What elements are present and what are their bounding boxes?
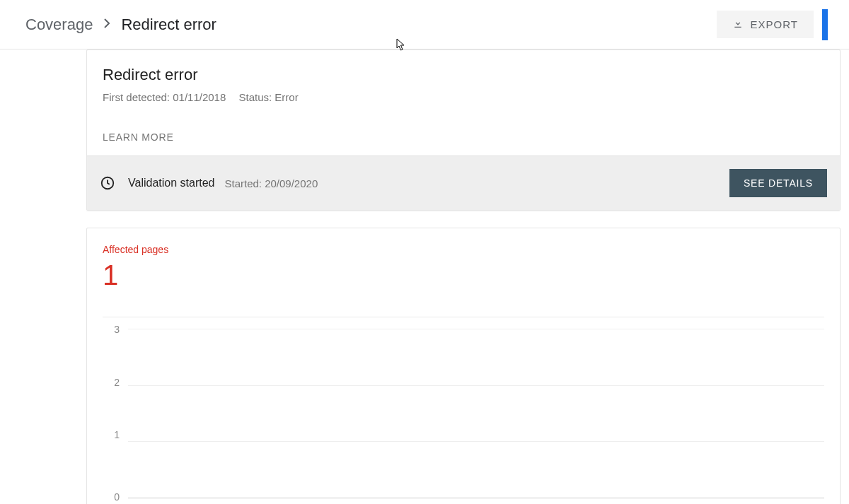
gridline bbox=[128, 441, 824, 442]
first-detected-label: First detected: 01/11/2018 bbox=[103, 91, 226, 103]
validation-started: Started: 20/09/2020 bbox=[224, 177, 729, 189]
validation-label: Validation started bbox=[128, 177, 214, 189]
export-button[interactable]: EXPORT bbox=[717, 11, 814, 38]
validation-bar: Validation started Started: 20/09/2020 S… bbox=[87, 156, 840, 210]
chart-y-axis: 3210 bbox=[103, 329, 122, 498]
chart-area: 3210 10/07/202021/07/202001/08/202012/08… bbox=[103, 317, 824, 504]
see-details-button[interactable]: SEE DETAILS bbox=[729, 169, 827, 197]
y-tick: 2 bbox=[103, 377, 122, 388]
learn-more-link[interactable]: LEARN MORE bbox=[103, 131, 824, 143]
chevron-right-icon bbox=[104, 18, 110, 31]
chart-card: Affected pages 1 3210 10/07/202021/07/20… bbox=[86, 228, 841, 504]
breadcrumb-current: Redirect error bbox=[121, 16, 216, 34]
affected-pages-count: 1 bbox=[103, 259, 824, 291]
clock-icon bbox=[100, 175, 115, 191]
issue-header-card: Redirect error First detected: 01/11/201… bbox=[86, 49, 841, 211]
status-label: Status: Error bbox=[238, 91, 298, 103]
y-tick: 3 bbox=[103, 324, 122, 335]
top-bar: Coverage Redirect error EXPORT bbox=[0, 0, 849, 49]
affected-pages-label: Affected pages bbox=[103, 244, 824, 255]
gridline bbox=[128, 329, 824, 329]
issue-subline: First detected: 01/11/2018 Status: Error bbox=[103, 90, 824, 105]
y-tick: 0 bbox=[103, 491, 122, 503]
chart-bars bbox=[128, 329, 824, 498]
cursor-icon bbox=[396, 38, 406, 54]
breadcrumb: Coverage Redirect error bbox=[25, 16, 717, 34]
export-label: EXPORT bbox=[751, 18, 798, 30]
y-tick: 1 bbox=[103, 429, 122, 440]
share-strip[interactable] bbox=[822, 9, 828, 40]
issue-title: Redirect error bbox=[103, 66, 824, 84]
gridline bbox=[128, 385, 824, 386]
chart-plot bbox=[128, 329, 824, 498]
download-icon bbox=[732, 18, 744, 31]
breadcrumb-root[interactable]: Coverage bbox=[25, 16, 93, 34]
